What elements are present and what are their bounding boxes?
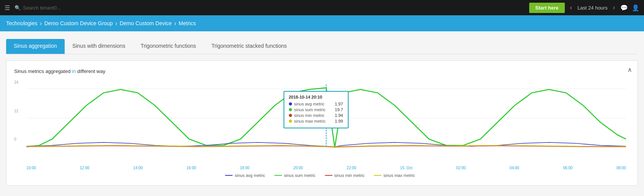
chart-legend: sinus avg metric sinus sum metric sinus … — [14, 173, 626, 178]
navbar-right: Start here ‹ Last 24 hours › 💬 👤 — [529, 3, 639, 13]
x-label-6: 22:00 — [347, 166, 356, 170]
legend-item-max: sinus max metric — [374, 173, 415, 178]
legend-label-min: sinus min metric — [334, 173, 365, 178]
legend-label-max: sinus max metric — [383, 173, 415, 178]
main-content: Sinus aggregation Sinus with dimensions … — [0, 31, 644, 186]
breadcrumb-chevron-2: › — [115, 19, 117, 28]
line-chart — [26, 80, 626, 164]
start-here-button[interactable]: Start here — [529, 3, 565, 13]
chart-area: 24 12 0 10:00 12:00 14:00 16:00 18:00 20… — [14, 80, 626, 170]
tab-sinus-dimensions[interactable]: Sinus with dimensions — [65, 39, 133, 54]
x-label-3: 16:00 — [187, 166, 196, 170]
legend-line-min — [325, 175, 333, 176]
menu-icon[interactable]: ☰ — [5, 4, 10, 11]
time-next-button[interactable]: › — [611, 4, 616, 11]
legend-item-avg: sinus avg metric — [225, 173, 265, 178]
x-label-4: 18:00 — [240, 166, 249, 170]
chart-title: Sinus metrics aggregated in different wa… — [14, 68, 626, 74]
search-input[interactable] — [23, 5, 84, 11]
search-icon: 🔍 — [15, 5, 21, 11]
chart-collapse-button[interactable]: ∧ — [628, 66, 632, 73]
legend-item-sum: sinus sum metric — [274, 173, 316, 178]
tab-sinus-aggregation[interactable]: Sinus aggregation — [6, 39, 65, 54]
time-prev-button[interactable]: ‹ — [569, 4, 574, 11]
legend-line-avg — [225, 175, 233, 176]
y-label-12: 12 — [14, 109, 18, 113]
y-label-24: 24 — [14, 80, 18, 84]
user-icon[interactable]: 👤 — [632, 4, 639, 11]
legend-label-avg: sinus avg metric — [235, 173, 265, 178]
tab-trigonometric-stacked[interactable]: Trigonometric stacked functions — [204, 39, 294, 54]
breadcrumb: Technologies › Demo Custom Device Group … — [0, 15, 644, 31]
tabs-container: Sinus aggregation Sinus with dimensions … — [6, 39, 638, 54]
nav-search: 🔍 — [15, 5, 84, 11]
breadcrumb-item-device[interactable]: Demo Custom Device — [120, 20, 172, 26]
legend-line-max — [374, 175, 382, 176]
legend-label-sum: sinus sum metric — [284, 173, 316, 178]
y-label-0: 0 — [14, 137, 18, 141]
x-label-8: 02:00 — [456, 166, 466, 170]
legend-item-min: sinus min metric — [325, 173, 365, 178]
breadcrumb-chevron-1: › — [40, 19, 42, 28]
time-range-label: Last 24 hours — [577, 5, 608, 11]
breadcrumb-chevron-3: › — [174, 19, 176, 28]
x-label-11: 08:00 — [616, 166, 626, 170]
x-label-5: 20:00 — [293, 166, 303, 170]
x-label-7: 15. Oct — [400, 166, 412, 170]
navbar-left: ☰ 🔍 — [5, 4, 525, 11]
chat-icon[interactable]: 💬 — [620, 4, 628, 11]
x-label-2: 14:00 — [133, 166, 143, 170]
navbar: ☰ 🔍 Start here ‹ Last 24 hours › 💬 👤 — [0, 0, 644, 15]
x-label-1: 12:00 — [80, 166, 90, 170]
x-label-0: 10:00 — [26, 166, 36, 170]
breadcrumb-item-metrics[interactable]: Metrics — [179, 20, 196, 26]
x-label-10: 06:00 — [563, 166, 572, 170]
legend-line-sum — [274, 175, 282, 176]
breadcrumb-item-technologies[interactable]: Technologies — [6, 20, 37, 26]
tab-trigonometric-functions[interactable]: Trigonometric functions — [133, 39, 204, 54]
x-label-9: 04:00 — [510, 166, 519, 170]
breadcrumb-item-device-group[interactable]: Demo Custom Device Group — [44, 20, 113, 26]
chart-container: ∧ Sinus metrics aggregated in different … — [6, 60, 638, 186]
